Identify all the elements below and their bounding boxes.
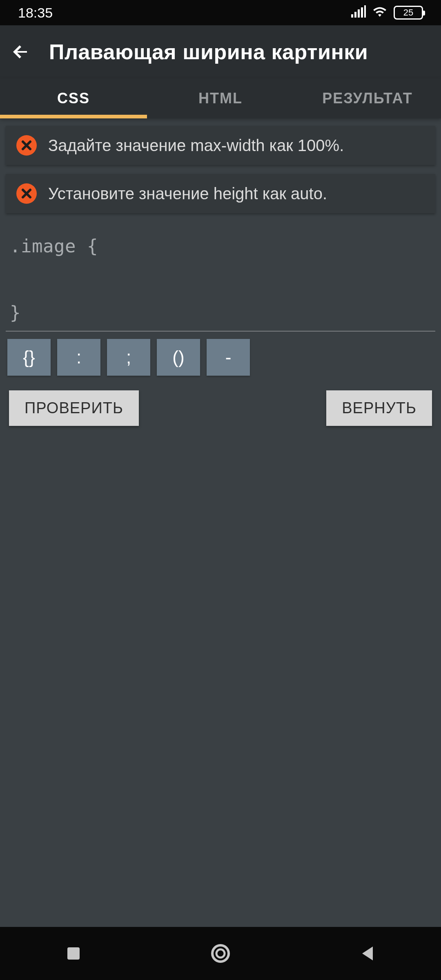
- hint-card: Задайте значение max-width как 100%.: [6, 126, 435, 165]
- wifi-icon: [372, 5, 388, 21]
- app-bar: Плавающая ширина картинки: [0, 25, 441, 78]
- triangle-icon: [360, 945, 375, 962]
- svg-rect-2: [358, 9, 360, 18]
- status-time: 18:35: [18, 5, 53, 21]
- svg-point-6: [212, 945, 229, 962]
- battery-icon: 25: [394, 6, 423, 20]
- check-button[interactable]: ПРОВЕРИТЬ: [9, 390, 139, 426]
- hint-text: Задайте значение max-width как 100%.: [48, 135, 344, 156]
- svg-rect-5: [67, 947, 80, 960]
- symbol-key-parens[interactable]: (): [157, 339, 200, 376]
- revert-button[interactable]: ВЕРНУТЬ: [326, 390, 432, 426]
- symbol-key-colon[interactable]: :: [57, 339, 100, 376]
- tab-css[interactable]: CSS: [0, 78, 147, 118]
- svg-rect-4: [364, 5, 366, 18]
- code-editor[interactable]: .image { }: [6, 222, 435, 332]
- nav-home-button[interactable]: [208, 941, 233, 966]
- tabs: CSS HTML РЕЗУЛЬТАТ: [0, 78, 441, 118]
- back-arrow-icon: [11, 42, 31, 62]
- symbol-key-semicolon[interactable]: ;: [107, 339, 150, 376]
- hint-text: Установите значение height как auto.: [48, 183, 327, 204]
- hint-card: Установите значение height как auto.: [6, 174, 435, 213]
- nav-recent-button[interactable]: [61, 941, 86, 966]
- svg-rect-1: [354, 12, 356, 18]
- status-bar: 18:35 25: [0, 0, 441, 25]
- signal-icon: [351, 5, 366, 21]
- svg-rect-3: [361, 7, 363, 18]
- symbol-key-dash[interactable]: -: [207, 339, 250, 376]
- tab-result[interactable]: РЕЗУЛЬТАТ: [294, 78, 441, 118]
- nav-bar: [0, 927, 441, 980]
- nav-back-button[interactable]: [355, 941, 380, 966]
- content: Задайте значение max-width как 100%. Уст…: [0, 118, 441, 426]
- symbol-row: {} : ; () -: [6, 339, 435, 376]
- tab-html[interactable]: HTML: [147, 78, 294, 118]
- square-icon: [66, 946, 81, 961]
- error-icon: [16, 183, 37, 204]
- svg-rect-0: [351, 14, 353, 18]
- action-row: ПРОВЕРИТЬ ВЕРНУТЬ: [6, 376, 435, 426]
- error-icon: [16, 135, 37, 156]
- status-right: 25: [351, 5, 423, 21]
- symbol-key-braces[interactable]: {}: [7, 339, 51, 376]
- svg-point-7: [216, 949, 225, 958]
- back-button[interactable]: [10, 40, 33, 63]
- page-title: Плавающая ширина картинки: [49, 40, 368, 64]
- circle-icon: [210, 943, 231, 964]
